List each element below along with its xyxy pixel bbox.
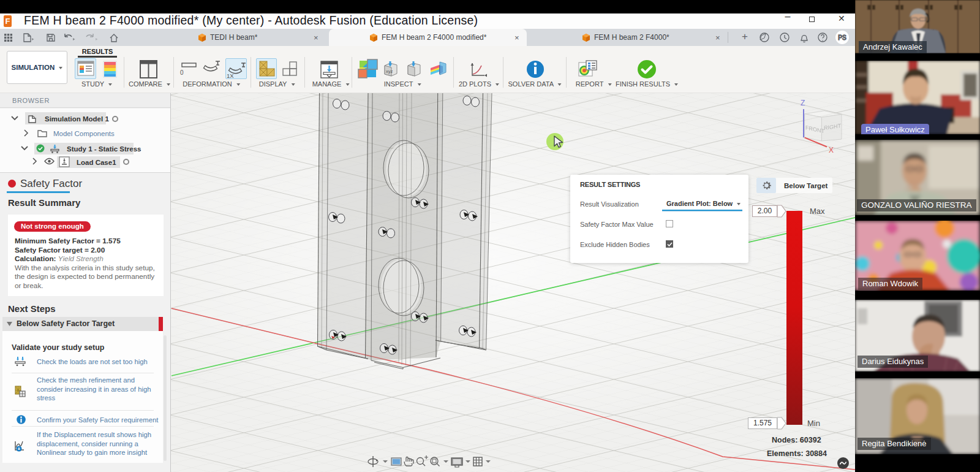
- svg-text:0: 0: [180, 69, 184, 76]
- svg-text:X: X: [829, 146, 834, 154]
- svg-text:PS: PS: [838, 34, 846, 41]
- svg-text:Z: Z: [801, 99, 805, 107]
- svg-text:1X: 1X: [227, 72, 234, 79]
- svg-text:xyz: xyz: [386, 69, 393, 74]
